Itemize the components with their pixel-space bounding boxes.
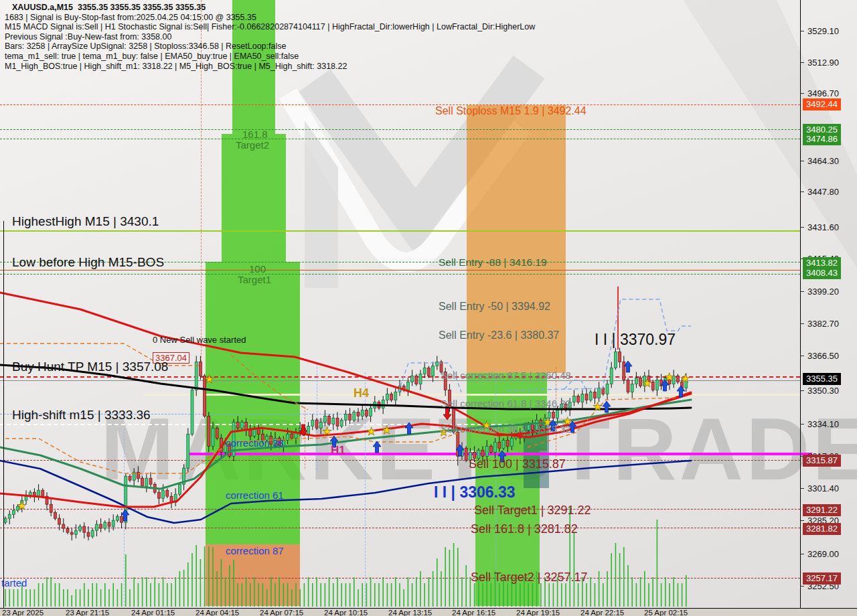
volume-bar <box>320 583 321 607</box>
price-axis[interactable]: 3529.103512.903496.703464.303447.803431.… <box>800 0 857 608</box>
sell-wave-label: 0 New Sell wave started <box>153 335 246 345</box>
candle-body <box>623 362 625 380</box>
volume-bar <box>453 543 455 607</box>
price-tick-mark <box>801 424 804 425</box>
fib-100-label: 100 <box>249 263 266 275</box>
bars-line: Bars: 3258 | ArraySize UpSignal: 3258 | … <box>5 42 535 52</box>
candle-body <box>149 478 152 484</box>
time-tick-label[interactable]: 24 Apr 13:15 <box>388 609 432 616</box>
swing-high-label: I I | 3370.97 <box>595 331 676 349</box>
time-tick-label[interactable]: 24 Apr 10:15 <box>324 609 368 616</box>
sell-corr-618-label: Sell correction 61.8 | 3346.32 <box>441 398 571 409</box>
candle-body <box>498 442 501 448</box>
volume-bar <box>623 547 625 607</box>
volume-bar <box>644 571 645 607</box>
swing-low-label: I I | 3306.33 <box>434 483 516 502</box>
volume-bar <box>171 583 172 607</box>
volume-bar <box>615 543 617 607</box>
volume-bar <box>17 589 19 607</box>
volume-bar <box>358 589 359 607</box>
volume-bar <box>520 583 521 607</box>
time-tick-label[interactable]: 24 Apr 22:15 <box>580 609 624 616</box>
time-axis[interactable]: 23 Apr 202523 Apr 21:1524 Apr 01:1524 Ap… <box>0 608 857 616</box>
price-level-badge: 3291.22 <box>803 504 841 516</box>
candle-body <box>494 442 497 452</box>
h1-label: H1 <box>331 444 345 457</box>
volume-bar <box>627 565 629 607</box>
volume-bar <box>370 577 372 607</box>
candle-body <box>62 524 65 528</box>
candle-body <box>631 384 633 392</box>
candle-body <box>104 522 106 528</box>
volume-bar <box>163 577 164 607</box>
signal-line: 1683 | Signal is Buy-Stop-fast from:2025… <box>5 13 535 23</box>
candle-body <box>8 514 11 518</box>
volume-bar <box>275 583 276 607</box>
sell-entry-236-label: Sell Entry -23.6 | 3380.37 <box>439 329 559 341</box>
sell-100-label: Sell 100 | 3315.87 <box>469 457 566 471</box>
time-tick-label[interactable]: 24 Apr 04:15 <box>196 609 239 616</box>
time-tick-label[interactable]: 25 Apr 02:15 <box>644 609 688 616</box>
time-tick-label[interactable]: 24 Apr 16:15 <box>452 609 495 616</box>
bos-line: M1_High_BOS:true | High_shift_m1: 3318.2… <box>5 62 535 72</box>
correction-38-label: correction 38 <box>226 437 284 449</box>
volume-bar <box>378 583 380 607</box>
candle-body <box>187 434 189 468</box>
time-tick-label[interactable]: 23 Apr 21:15 <box>66 609 109 616</box>
volume-bar <box>71 595 72 607</box>
price-tick-mark <box>801 291 804 292</box>
candle-body <box>577 396 580 402</box>
volume-bar <box>499 583 500 607</box>
candle-body <box>502 440 505 448</box>
orange-channel-4 <box>231 355 308 410</box>
candle-body <box>50 504 52 512</box>
volume-bar <box>46 577 48 607</box>
signal-star-icon: ★ <box>204 373 214 386</box>
subwindow-border <box>3 221 4 608</box>
time-tick-label[interactable]: 24 Apr 07:15 <box>260 609 303 616</box>
volume-bar <box>212 547 214 607</box>
candle-body <box>593 392 596 398</box>
time-tick-label[interactable]: 23 Apr 2025 <box>2 609 44 616</box>
candle-body <box>145 478 148 486</box>
volume-bar <box>25 589 27 607</box>
signal-star-icon: ★ <box>17 499 27 512</box>
volume-bar <box>516 583 517 607</box>
buy-arrow-icon <box>405 422 413 434</box>
candle-body <box>489 446 492 452</box>
price-tick-mark <box>801 227 804 228</box>
volume-bar <box>565 583 566 607</box>
price-level-badge: 3474.86 <box>803 133 841 145</box>
blue-channel-small <box>564 380 586 389</box>
volume-bar <box>299 589 301 607</box>
volume-bar <box>237 583 238 607</box>
volume-bar <box>104 583 106 607</box>
volume-bar <box>631 577 633 607</box>
volume-bar <box>295 583 297 607</box>
volume-bar <box>341 583 342 607</box>
volume-bar <box>661 583 662 607</box>
volume-bar <box>250 583 251 607</box>
volume-bar <box>258 583 259 607</box>
candle-body <box>432 366 435 376</box>
volume-bar <box>266 589 268 607</box>
price-tick-label: 3366.50 <box>807 351 839 361</box>
volume-bar <box>482 583 483 607</box>
volume-bar <box>291 589 293 607</box>
candle-body <box>311 420 314 426</box>
volume-bar <box>449 550 451 607</box>
candle-body <box>91 530 94 536</box>
volume-bar <box>337 577 338 607</box>
time-tick-label[interactable]: 24 Apr 19:15 <box>516 609 560 616</box>
candle-body <box>394 392 397 400</box>
buy-arrow-icon <box>373 441 381 453</box>
volume-bar <box>528 583 529 607</box>
time-tick-label[interactable]: 24 Apr 01:15 <box>131 609 175 616</box>
sell-arrow-icon <box>443 408 451 420</box>
volume-bar <box>216 571 218 607</box>
candle-body <box>178 484 181 494</box>
candle-body <box>390 394 393 400</box>
candle-body <box>323 416 326 422</box>
candle-body <box>585 394 588 400</box>
correction-61-label: correction 61 <box>226 489 284 501</box>
